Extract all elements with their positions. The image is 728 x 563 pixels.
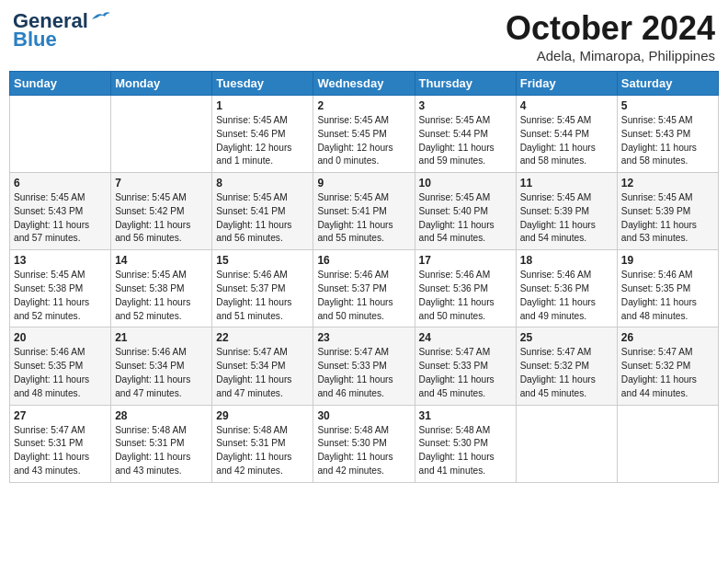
calendar-cell: 3Sunrise: 5:45 AM Sunset: 5:44 PM Daylig… (415, 96, 516, 173)
calendar-cell: 11Sunrise: 5:45 AM Sunset: 5:39 PM Dayli… (516, 173, 617, 250)
calendar-cell: 23Sunrise: 5:47 AM Sunset: 5:33 PM Dayli… (313, 327, 415, 405)
month-title: October 2024 (506, 9, 715, 48)
calendar-cell (111, 96, 212, 173)
cell-content: Sunrise: 5:46 AM Sunset: 5:37 PM Dayligh… (216, 269, 309, 323)
calendar-cell: 27Sunrise: 5:47 AM Sunset: 5:31 PM Dayli… (10, 405, 111, 482)
cell-content: Sunrise: 5:45 AM Sunset: 5:39 PM Dayligh… (520, 191, 613, 246)
day-number: 29 (216, 409, 309, 422)
day-number: 23 (317, 331, 410, 344)
calendar-cell: 15Sunrise: 5:46 AM Sunset: 5:37 PM Dayli… (212, 250, 313, 327)
calendar-cell: 2Sunrise: 5:45 AM Sunset: 5:45 PM Daylig… (313, 96, 415, 173)
day-number: 20 (14, 331, 107, 344)
day-number: 26 (621, 331, 714, 344)
cell-content: Sunrise: 5:45 AM Sunset: 5:41 PM Dayligh… (216, 191, 309, 246)
week-row-2: 6Sunrise: 5:45 AM Sunset: 5:43 PM Daylig… (10, 173, 719, 250)
day-number: 13 (14, 254, 107, 267)
weekday-header-row: SundayMondayTuesdayWednesdayThursdayFrid… (10, 72, 719, 96)
calendar-cell: 18Sunrise: 5:46 AM Sunset: 5:36 PM Dayli… (516, 250, 617, 327)
calendar-cell: 17Sunrise: 5:46 AM Sunset: 5:36 PM Dayli… (415, 250, 516, 327)
day-number: 25 (520, 331, 613, 344)
week-row-1: 1Sunrise: 5:45 AM Sunset: 5:46 PM Daylig… (10, 96, 719, 173)
cell-content: Sunrise: 5:46 AM Sunset: 5:37 PM Dayligh… (317, 269, 410, 323)
day-number: 7 (115, 177, 208, 190)
day-number: 3 (419, 99, 512, 112)
day-number: 15 (216, 254, 309, 267)
location-subtitle: Adela, Mimaropa, Philippines (506, 48, 715, 63)
calendar-cell (617, 405, 718, 482)
calendar-cell: 24Sunrise: 5:47 AM Sunset: 5:33 PM Dayli… (415, 327, 516, 405)
day-number: 14 (115, 254, 208, 267)
weekday-header-sunday: Sunday (10, 72, 111, 96)
cell-content: Sunrise: 5:45 AM Sunset: 5:44 PM Dayligh… (419, 114, 512, 168)
calendar-cell: 8Sunrise: 5:45 AM Sunset: 5:41 PM Daylig… (212, 173, 313, 250)
weekday-header-tuesday: Tuesday (212, 72, 313, 96)
day-number: 11 (520, 177, 613, 190)
calendar-cell: 31Sunrise: 5:48 AM Sunset: 5:30 PM Dayli… (415, 405, 516, 482)
day-number: 8 (216, 177, 309, 190)
calendar-cell (10, 96, 111, 173)
calendar-table: SundayMondayTuesdayWednesdayThursdayFrid… (9, 71, 719, 483)
day-number: 4 (520, 99, 613, 112)
cell-content: Sunrise: 5:47 AM Sunset: 5:32 PM Dayligh… (621, 346, 714, 400)
day-number: 5 (621, 99, 714, 112)
cell-content: Sunrise: 5:47 AM Sunset: 5:31 PM Dayligh… (14, 424, 107, 478)
day-number: 16 (317, 254, 410, 267)
day-number: 2 (317, 99, 410, 112)
cell-content: Sunrise: 5:46 AM Sunset: 5:35 PM Dayligh… (621, 269, 714, 323)
logo: General Blue (13, 9, 110, 52)
weekday-header-wednesday: Wednesday (313, 72, 415, 96)
week-row-3: 13Sunrise: 5:45 AM Sunset: 5:38 PM Dayli… (10, 250, 719, 327)
cell-content: Sunrise: 5:45 AM Sunset: 5:40 PM Dayligh… (419, 191, 512, 246)
calendar-cell: 20Sunrise: 5:46 AM Sunset: 5:35 PM Dayli… (10, 327, 111, 405)
cell-content: Sunrise: 5:46 AM Sunset: 5:35 PM Dayligh… (14, 346, 107, 400)
cell-content: Sunrise: 5:45 AM Sunset: 5:38 PM Dayligh… (14, 269, 107, 323)
cell-content: Sunrise: 5:48 AM Sunset: 5:30 PM Dayligh… (419, 424, 512, 478)
cell-content: Sunrise: 5:48 AM Sunset: 5:30 PM Dayligh… (317, 424, 410, 478)
day-number: 6 (14, 177, 107, 190)
cell-content: Sunrise: 5:47 AM Sunset: 5:32 PM Dayligh… (520, 346, 613, 400)
calendar-cell: 14Sunrise: 5:45 AM Sunset: 5:38 PM Dayli… (111, 250, 212, 327)
day-number: 28 (115, 409, 208, 422)
calendar-cell: 10Sunrise: 5:45 AM Sunset: 5:40 PM Dayli… (415, 173, 516, 250)
cell-content: Sunrise: 5:45 AM Sunset: 5:42 PM Dayligh… (115, 191, 208, 246)
title-area: October 2024 Adela, Mimaropa, Philippine… (506, 9, 715, 63)
cell-content: Sunrise: 5:47 AM Sunset: 5:33 PM Dayligh… (419, 346, 512, 400)
calendar-cell: 13Sunrise: 5:45 AM Sunset: 5:38 PM Dayli… (10, 250, 111, 327)
cell-content: Sunrise: 5:47 AM Sunset: 5:34 PM Dayligh… (216, 346, 309, 400)
calendar-cell: 21Sunrise: 5:46 AM Sunset: 5:34 PM Dayli… (111, 327, 212, 405)
day-number: 30 (317, 409, 410, 422)
cell-content: Sunrise: 5:45 AM Sunset: 5:39 PM Dayligh… (621, 191, 714, 246)
weekday-header-saturday: Saturday (617, 72, 718, 96)
day-number: 24 (419, 331, 512, 344)
calendar-cell: 6Sunrise: 5:45 AM Sunset: 5:43 PM Daylig… (10, 173, 111, 250)
day-number: 19 (621, 254, 714, 267)
calendar-cell: 22Sunrise: 5:47 AM Sunset: 5:34 PM Dayli… (212, 327, 313, 405)
calendar-cell: 5Sunrise: 5:45 AM Sunset: 5:43 PM Daylig… (617, 96, 718, 173)
cell-content: Sunrise: 5:45 AM Sunset: 5:43 PM Dayligh… (14, 191, 107, 246)
cell-content: Sunrise: 5:45 AM Sunset: 5:38 PM Dayligh… (115, 269, 208, 323)
day-number: 12 (621, 177, 714, 190)
cell-content: Sunrise: 5:46 AM Sunset: 5:36 PM Dayligh… (419, 269, 512, 323)
cell-content: Sunrise: 5:45 AM Sunset: 5:41 PM Dayligh… (317, 191, 410, 246)
calendar-cell: 28Sunrise: 5:48 AM Sunset: 5:31 PM Dayli… (111, 405, 212, 482)
calendar-cell: 19Sunrise: 5:46 AM Sunset: 5:35 PM Dayli… (617, 250, 718, 327)
weekday-header-friday: Friday (516, 72, 617, 96)
cell-content: Sunrise: 5:47 AM Sunset: 5:33 PM Dayligh… (317, 346, 410, 400)
calendar-cell: 16Sunrise: 5:46 AM Sunset: 5:37 PM Dayli… (313, 250, 415, 327)
day-number: 17 (419, 254, 512, 267)
weekday-header-thursday: Thursday (415, 72, 516, 96)
day-number: 21 (115, 331, 208, 344)
day-number: 1 (216, 99, 309, 112)
day-number: 18 (520, 254, 613, 267)
cell-content: Sunrise: 5:48 AM Sunset: 5:31 PM Dayligh… (216, 424, 309, 478)
cell-content: Sunrise: 5:46 AM Sunset: 5:36 PM Dayligh… (520, 269, 613, 323)
calendar-cell (516, 405, 617, 482)
page-header: General Blue October 2024 Adela, Mimarop… (9, 9, 719, 63)
calendar-cell: 25Sunrise: 5:47 AM Sunset: 5:32 PM Dayli… (516, 327, 617, 405)
week-row-5: 27Sunrise: 5:47 AM Sunset: 5:31 PM Dayli… (10, 405, 719, 482)
calendar-cell: 30Sunrise: 5:48 AM Sunset: 5:30 PM Dayli… (313, 405, 415, 482)
cell-content: Sunrise: 5:48 AM Sunset: 5:31 PM Dayligh… (115, 424, 208, 478)
cell-content: Sunrise: 5:45 AM Sunset: 5:44 PM Dayligh… (520, 114, 613, 168)
week-row-4: 20Sunrise: 5:46 AM Sunset: 5:35 PM Dayli… (10, 327, 719, 405)
weekday-header-monday: Monday (111, 72, 212, 96)
